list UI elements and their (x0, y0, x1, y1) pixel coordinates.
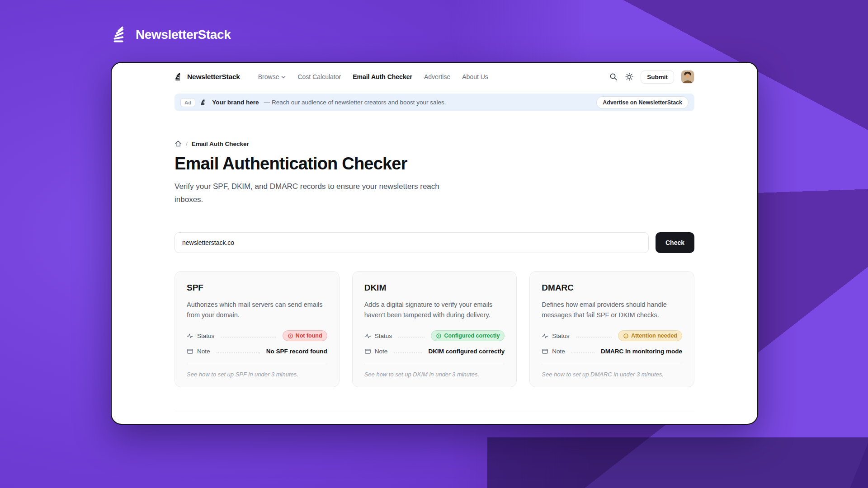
ad-chip: Ad (180, 98, 195, 107)
submit-button[interactable]: Submit (641, 70, 674, 84)
status-badge-label: Attention needed (631, 333, 677, 339)
domain-input[interactable] (175, 232, 649, 253)
page-subtitle: Verify your SPF, DKIM, and DMARC records… (175, 180, 468, 206)
breadcrumb-current[interactable]: Email Auth Checker (192, 141, 249, 147)
status-badge-label: Configured correctly (444, 333, 500, 339)
card-footer-tip[interactable]: See how to set up DMARC in under 3 minut… (542, 364, 682, 378)
note-icon (364, 348, 371, 355)
avatar-image (681, 70, 694, 83)
note-label: Note (197, 348, 210, 355)
note-icon (187, 348, 193, 355)
nav-item-label: Browse (258, 73, 279, 80)
nav-item-browse[interactable]: Browse (258, 73, 286, 80)
search-icon[interactable] (609, 72, 618, 81)
note-label: Note (375, 348, 388, 355)
card-footer-tip[interactable]: See how to set up SPF in under 3 minutes… (187, 364, 327, 378)
user-avatar[interactable] (681, 70, 694, 84)
top-nav: NewsletterStack Browse Cost Calculator E… (175, 63, 694, 91)
dotted-leader (394, 352, 422, 353)
note-row: Note No SPF record found (187, 348, 327, 355)
dark-corner-block (487, 437, 868, 488)
note-row: Note DMARC in monitoring mode (542, 348, 682, 355)
nav-brand-name: NewsletterStack (187, 73, 240, 81)
ad-banner: Ad Your brand here — Reach our audience … (175, 94, 694, 111)
nav-brand[interactable]: NewsletterStack (175, 72, 240, 81)
card-title: SPF (187, 283, 327, 293)
card-footer-tip[interactable]: See how to set up DKIM in under 3 minute… (364, 364, 505, 378)
status-badge: Attention needed (618, 330, 682, 341)
card-description: Adds a digital signature to verify your … (364, 300, 505, 320)
note-icon (542, 348, 548, 355)
circle-dot-icon (436, 333, 442, 339)
ad-message: — Reach our audience of newsletter creat… (264, 99, 446, 106)
activity-icon (542, 333, 548, 339)
breadcrumb-separator: / (186, 141, 188, 147)
status-row: Status Not found (187, 330, 327, 341)
chevron-down-icon (281, 75, 286, 79)
home-icon[interactable] (175, 140, 182, 147)
dotted-leader (571, 352, 594, 353)
dkim-card: DKIM Adds a digital signature to verify … (352, 271, 517, 387)
check-button[interactable]: Check (656, 232, 694, 253)
dotted-leader (217, 352, 260, 353)
circle-dot-icon (288, 333, 293, 339)
nav-item-advertise[interactable]: Advertise (424, 73, 450, 80)
dotted-leader (221, 337, 276, 338)
nav-menu: Browse Cost Calculator Email Auth Checke… (258, 73, 488, 80)
advertise-cta-button[interactable]: Advertise on NewsletterStack (596, 96, 689, 109)
ad-brand-text: Your brand here (212, 99, 259, 106)
status-label: Status (197, 333, 214, 339)
status-label: Status (375, 333, 392, 339)
dotted-leader (576, 337, 612, 338)
theme-sun-icon[interactable] (625, 72, 634, 81)
status-badge: Not found (283, 330, 327, 341)
status-badge: Configured correctly (431, 330, 505, 341)
status-badge-label: Not found (296, 333, 322, 339)
bottom-divider (175, 410, 694, 410)
nav-item-cost-calculator[interactable]: Cost Calculator (297, 73, 341, 80)
app-window: NewsletterStack Browse Cost Calculator E… (111, 62, 758, 425)
breadcrumb: / Email Auth Checker (175, 140, 694, 147)
nav-item-about-us[interactable]: About Us (462, 73, 488, 80)
note-value: No SPF record found (266, 348, 327, 355)
dmarc-card: DMARC Defines how email providers should… (529, 271, 694, 387)
card-title: DKIM (364, 283, 505, 293)
status-row: Status Attention needed (542, 330, 682, 341)
spf-card: SPF Authorizes which mail servers can se… (175, 271, 340, 387)
card-title: DMARC (542, 283, 682, 293)
nav-item-email-auth-checker[interactable]: Email Auth Checker (353, 73, 412, 80)
status-row: Status Configured correctly (364, 330, 505, 341)
checker-form: Check (175, 232, 694, 253)
note-row: Note DKIM configured correctly (364, 348, 505, 355)
hero-brand: NewsletterStack (112, 25, 231, 44)
status-label: Status (552, 333, 569, 339)
note-label: Note (552, 348, 565, 355)
note-value: DKIM configured correctly (429, 348, 505, 355)
page-title: Email Authentication Checker (175, 154, 694, 174)
dotted-leader (398, 337, 425, 338)
fan-logo-icon (112, 25, 131, 44)
nav-actions: Submit (609, 70, 694, 84)
info-circle-icon (623, 333, 629, 339)
fan-logo-icon (200, 99, 207, 106)
card-description: Defines how email providers should handl… (542, 300, 682, 320)
fan-logo-icon (175, 72, 184, 81)
activity-icon (364, 333, 371, 339)
activity-icon (187, 333, 193, 339)
note-value: DMARC in monitoring mode (601, 348, 682, 355)
card-description: Authorizes which mail servers can send e… (187, 300, 327, 320)
result-cards: SPF Authorizes which mail servers can se… (175, 271, 694, 387)
hero-brand-name: NewsletterStack (136, 28, 231, 42)
